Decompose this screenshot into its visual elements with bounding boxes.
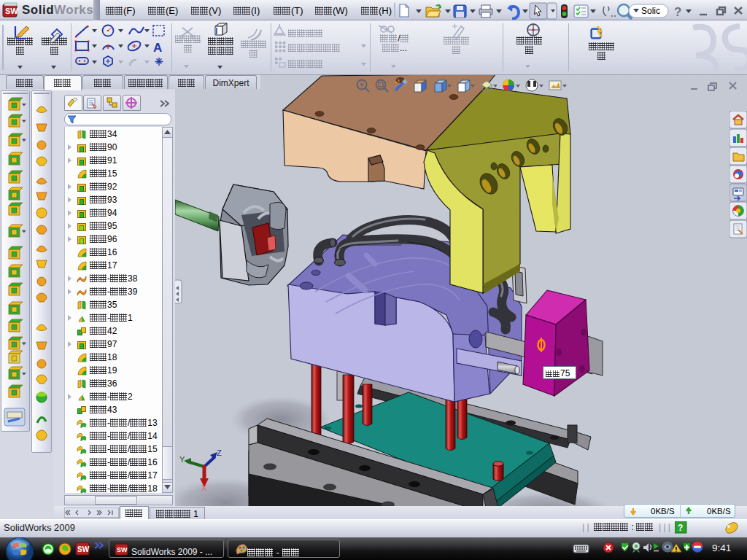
svg-text:?: ? (674, 5, 681, 19)
svg-text:A: A (153, 41, 162, 55)
svg-text:?: ? (678, 523, 683, 533)
svg-text:Solic: Solic (641, 6, 660, 16)
svg-text:Y: Y (179, 455, 185, 464)
svg-text:Z: Z (217, 448, 222, 457)
svg-text:9:41: 9:41 (712, 542, 731, 553)
svg-text:SW: SW (117, 546, 128, 553)
svg-text:SW: SW (5, 7, 18, 15)
svg-text:X: X (201, 483, 207, 492)
svg-text:SW: SW (77, 545, 90, 553)
